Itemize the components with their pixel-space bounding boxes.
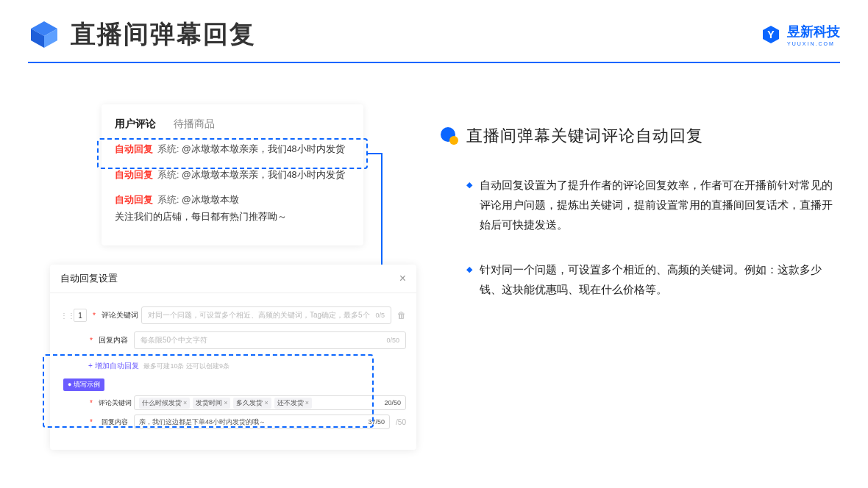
ex-keyword-label: 评论关键词 [99,398,128,408]
cube-icon [28,18,60,51]
keyword-input[interactable]: 对同一个问题，可设置多个相近、高频的关键词，Tag确定，最多5个 0/5 [141,306,391,324]
trash-icon[interactable]: 🗑 [397,310,406,320]
tab-user-comments[interactable]: 用户评论 [115,118,156,131]
order-badge: 1 [74,309,87,322]
content-count: 0/50 [386,337,399,344]
comment-row: 自动回复 系统: @冰墩墩本墩 关注我们的店铺，每日都有热门推荐呦～ [115,192,350,225]
tag-chip[interactable]: 什么时候发货 [139,398,190,409]
tag-chip[interactable]: 还不发货 [274,398,312,409]
example-row-keyword: * 评论关键词 什么时候发货 发货时间 多久发货 还不发货 20/50 [60,395,406,410]
ex-kw-count: 20/50 [384,399,401,406]
keyword-count: 0/5 [375,312,385,319]
form-row-keyword: ⋮⋮ 1 * 评论关键词 对同一个问题，可设置多个相近、高频的关键词，Tag确定… [60,306,406,324]
svg-point-5 [449,136,458,145]
auto-reply-badge: 自动回复 [115,167,153,184]
content-placeholder: 每条限50个中文字符 [140,335,207,345]
tab-pending-goods[interactable]: 待播商品 [174,118,215,131]
tabs: 用户评论 待播商品 [115,118,350,131]
keyword-label: 评论关键词 [102,310,135,320]
brand-name: 昱新科技 [787,23,840,40]
comments-panel: 用户评论 待播商品 自动回复 系统: @冰墩墩本墩 亲亲，我们48小时内发货 自… [102,104,363,245]
bullet-list: 自动回复设置为了提升作者的评论回复效率，作者可在开播前针对常见的评论用户问题，提… [440,175,840,299]
section-header: 直播间弹幕关键词评论自动回复 [440,125,840,147]
tag-chip[interactable]: 多久发货 [233,398,271,409]
comment-prefix: 系统: [157,192,179,209]
settings-modal: 自动回复设置 × ⋮⋮ 1 * 评论关键词 对同一个问题，可设置多个相近、高频的… [50,265,416,450]
add-hint: 最多可建10条 还可以创建9条 [143,362,230,370]
comment-mention: @冰墩墩本墩 [182,141,239,158]
page-title: 直播间弹幕回复 [71,18,256,51]
outer-count: /50 [396,418,406,426]
bullet-item: 针对同一个问题，可设置多个相近的、高频的关键词。例如：这款多少钱、这块能优惠吗、… [466,259,840,299]
comment-text: 亲亲，我们48小时内发货 [239,167,345,184]
modal-title: 自动回复设置 [60,272,118,285]
screenshot-composite: 用户评论 待播商品 自动回复 系统: @冰墩墩本墩 亲亲，我们48小时内发货 自… [50,104,416,457]
brand-sub: YUUXIN.COM [787,41,840,46]
auto-reply-badge: 自动回复 [115,192,153,209]
drag-handle-icon[interactable]: ⋮⋮ [60,312,68,320]
page-header: 直播间弹幕回复 Y 昱新科技 YUUXIN.COM [28,18,840,51]
comment-prefix: 系统: [157,167,179,184]
tag-chips: 什么时候发货 发货时间 多久发货 还不发货 [139,398,315,409]
ex-content-count: 37/50 [369,418,385,426]
required-dot: * [90,337,93,345]
modal-header: 自动回复设置 × [50,265,416,293]
required-dot: * [93,312,96,320]
example-row-content: * 回复内容 亲，我们这边都是下单48小时内发货的哦～ 37/50 /50 [60,415,406,429]
content-label: 回复内容 [99,335,128,345]
bullet-item: 自动回复设置为了提升作者的评论回复效率，作者可在开播前针对常见的评论用户问题，提… [466,175,840,234]
example-block: ● 填写示例 * 评论关键词 什么时候发货 发货时间 多久发货 还不发货 20/… [60,378,406,429]
form-row-content: * 回复内容 每条限50个中文字符 0/50 [60,331,406,349]
keyword-placeholder: 对同一个问题，可设置多个相近、高频的关键词，Tag确定，最多5个 [148,310,370,320]
comment-prefix: 系统: [157,141,179,158]
add-row: + 增加自动回复 最多可建10条 还可以创建9条 [60,356,406,376]
ex-content-value: 亲，我们这边都是下单48小时内发货的哦～ [139,417,266,427]
comment-text: 亲亲，我们48小时内发货 [239,141,345,158]
required-dot: * [90,399,93,407]
connector-line [368,153,381,154]
add-auto-reply-link[interactable]: + 增加自动回复 [88,361,139,371]
comment-mention: @冰墩墩本墩 [182,167,239,184]
ex-content-label: 回复内容 [99,417,128,427]
modal-body: ⋮⋮ 1 * 评论关键词 对同一个问题，可设置多个相近、高频的关键词，Tag确定… [50,293,416,450]
close-icon[interactable]: × [399,272,406,285]
brand-logo: Y 昱新科技 YUUXIN.COM [761,23,840,46]
comment-row: 自动回复 系统: @冰墩墩本墩 亲亲，我们48小时内发货 [115,141,350,158]
auto-reply-badge: 自动回复 [115,141,153,158]
svg-text:Y: Y [767,29,775,40]
comment-mention: @冰墩墩本墩 [182,192,239,209]
ex-keyword-input[interactable]: 什么时候发货 发货时间 多久发货 还不发货 20/50 [134,395,406,410]
section-title: 直播间弹幕关键词评论自动回复 [466,125,703,147]
example-badge: ● 填写示例 [63,378,104,391]
brand-icon: Y [761,24,781,45]
description-section: 直播间弹幕关键词评论自动回复 自动回复设置为了提升作者的评论回复效率，作者可在开… [440,125,840,324]
brand-text: 昱新科技 YUUXIN.COM [787,23,840,46]
chat-bubble-icon [440,126,459,146]
comment-text: 关注我们的店铺，每日都有热门推荐呦～ [115,209,287,226]
content-input[interactable]: 每条限50个中文字符 0/50 [134,331,406,349]
divider [28,62,840,63]
comment-row: 自动回复 系统: @冰墩墩本墩 亲亲，我们48小时内发货 [115,167,350,184]
ex-content-input[interactable]: 亲，我们这边都是下单48小时内发货的哦～ 37/50 [134,415,390,429]
header-left: 直播间弹幕回复 [28,18,256,51]
required-dot: * [90,418,93,426]
tag-chip[interactable]: 发货时间 [193,398,230,409]
